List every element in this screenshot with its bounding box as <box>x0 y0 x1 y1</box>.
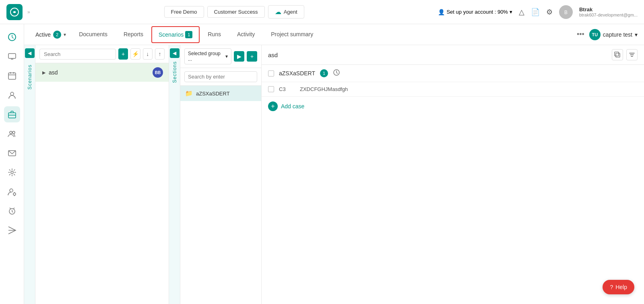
topbar-center: Free Demo Customer Success ☁ Agent <box>35 5 433 19</box>
sections-collapse-button[interactable]: ◀ <box>170 48 180 58</box>
settings-icon[interactable]: ⚙ <box>546 8 553 17</box>
sidebar-item-group[interactable] <box>4 126 20 142</box>
group-select-dropdown[interactable]: Selected group ... ▾ <box>184 48 231 64</box>
tab-runs[interactable]: Runs <box>200 25 229 44</box>
active-toggle[interactable]: Active 2 ▾ <box>31 27 71 42</box>
sidebar-item-gear[interactable] <box>4 164 20 180</box>
scenarios-sidebar-label: Scenarios <box>27 61 33 93</box>
add-scenario-button[interactable]: + <box>118 48 128 60</box>
sidebar-item-mail[interactable] <box>4 145 20 161</box>
play-group-button[interactable]: ▶ <box>234 51 244 62</box>
document-icon[interactable]: 📄 <box>531 8 540 17</box>
scenario-list: ▶ asd BB <box>35 63 169 304</box>
agent-button[interactable]: ☁ Agent <box>268 5 304 19</box>
svg-rect-26 <box>615 52 619 56</box>
sidebar-item-user-settings[interactable] <box>4 184 20 200</box>
free-demo-button[interactable]: Free Demo <box>164 6 204 18</box>
avatar[interactable]: B <box>559 5 573 19</box>
panel-scenarios: ◀ Scenarios + ⚡ ↓ ↑ ▶ asd <box>24 45 169 304</box>
setup-label: Set up your account : 90% <box>446 9 508 15</box>
sidebar-item-clock[interactable] <box>4 29 20 45</box>
cases-list: aZSXaSDERT 1 C3 ZXDCFGHJMasdfgh <box>262 65 644 304</box>
clock-icon <box>333 69 340 78</box>
help-label: Help <box>615 284 627 290</box>
sidebar-icons <box>0 24 24 304</box>
case-checkbox[interactable] <box>268 70 274 77</box>
tab-scenarios[interactable]: Scenarios 1 <box>151 26 200 43</box>
scenarios-search-input[interactable] <box>39 49 116 60</box>
scenarios-toolbar: + ⚡ ↓ ↑ <box>35 45 169 63</box>
filter-cases-button[interactable] <box>626 49 638 60</box>
svg-point-14 <box>12 131 15 134</box>
copy-cases-button[interactable] <box>612 49 623 60</box>
group-item[interactable]: 📁 aZSXaSDERT <box>180 86 261 101</box>
selected-group-label: Selected group ... <box>188 51 225 62</box>
cases-title: asd <box>268 52 612 58</box>
svg-point-17 <box>10 189 13 192</box>
case-value: ZXDCFGHJMasdfgh <box>300 86 348 92</box>
chevron-down-icon: ▾ <box>510 9 512 15</box>
logo[interactable] <box>6 4 23 20</box>
content-area: Active 2 ▾ Documents Reports Scenarios 1… <box>24 24 644 304</box>
panels: ◀ Scenarios + ⚡ ↓ ↑ ▶ asd <box>24 45 644 304</box>
svg-point-16 <box>11 171 13 174</box>
panel-cases: asd aZSXaSDERT 1 <box>262 45 644 304</box>
active-label: Active <box>35 31 51 38</box>
tabs-bar: Active 2 ▾ Documents Reports Scenarios 1… <box>24 24 644 45</box>
customer-success-button[interactable]: Customer Success <box>207 6 265 18</box>
tab-project-summary[interactable]: Project summary <box>263 25 321 44</box>
tab-reports[interactable]: Reports <box>116 25 151 44</box>
svg-rect-6 <box>8 73 16 79</box>
scenario-item[interactable]: ▶ asd BB <box>35 63 169 82</box>
export-scenarios-button[interactable]: ↑ <box>155 48 165 60</box>
group-search-input[interactable] <box>184 71 257 82</box>
svg-rect-4 <box>8 54 16 58</box>
alert-icon[interactable]: △ <box>519 8 524 17</box>
svg-point-18 <box>13 193 16 195</box>
main-layout: Active 2 ▾ Documents Reports Scenarios 1… <box>0 24 644 304</box>
sidebar-item-send[interactable] <box>4 222 20 238</box>
capture-chevron-icon: ▾ <box>635 31 638 38</box>
capture-test-button[interactable]: TU capture test ▾ <box>589 29 638 40</box>
sidebar-item-briefcase[interactable] <box>4 106 20 122</box>
cases-header: asd <box>262 45 644 65</box>
group-select-chevron-icon: ▾ <box>225 54 228 59</box>
sidebar-item-alarm[interactable] <box>4 203 20 219</box>
import-scenarios-button[interactable]: ↓ <box>143 48 153 60</box>
svg-text:B: B <box>564 10 568 15</box>
add-group-button[interactable]: + <box>247 51 257 62</box>
scenarios-sidebar: ◀ Scenarios <box>24 45 35 304</box>
scenarios-tab-label: Scenarios <box>159 31 184 38</box>
scenarios-count-badge: 1 <box>185 31 192 38</box>
groups-toolbar: Selected group ... ▾ ▶ + <box>180 45 261 68</box>
case-count-badge: 1 <box>320 69 328 77</box>
add-case-button[interactable]: + Add case <box>262 97 644 116</box>
scenario-avatar: BB <box>153 67 163 78</box>
setup-account-button[interactable]: 👤 Set up your account : 90% ▾ <box>438 9 512 15</box>
topbar-right: 👤 Set up your account : 90% ▾ △ 📄 ⚙ B Bt… <box>438 5 638 19</box>
help-icon: ? <box>610 284 613 290</box>
tu-badge: TU <box>589 29 601 40</box>
svg-line-22 <box>10 208 11 209</box>
filter-scenarios-button[interactable]: ⚡ <box>130 48 140 60</box>
capture-test-label: capture test <box>603 31 632 38</box>
sidebar-item-tv[interactable] <box>4 48 20 64</box>
add-case-label: Add case <box>281 103 304 110</box>
help-button[interactable]: ? Help <box>603 280 634 294</box>
person-icon: 👤 <box>438 9 445 15</box>
tabs-right: ••• TU capture test ▾ <box>577 29 638 40</box>
cases-tools <box>612 49 638 60</box>
svg-point-10 <box>10 92 14 95</box>
case-name: aZSXaSDERT <box>279 70 315 77</box>
group-search <box>180 68 261 86</box>
tab-activity[interactable]: Activity <box>229 25 263 44</box>
svg-point-13 <box>10 131 12 134</box>
tab-documents[interactable]: Documents <box>71 25 116 44</box>
sidebar-item-calendar[interactable] <box>4 68 20 84</box>
case-checkbox[interactable] <box>268 86 274 92</box>
topbar-expand-icon[interactable]: » <box>27 9 30 15</box>
sidebar-item-person[interactable] <box>4 87 20 103</box>
scenarios-collapse-button[interactable]: ◀ <box>25 48 35 58</box>
scenario-chevron-icon: ▶ <box>42 70 45 75</box>
more-options-button[interactable]: ••• <box>577 30 584 39</box>
